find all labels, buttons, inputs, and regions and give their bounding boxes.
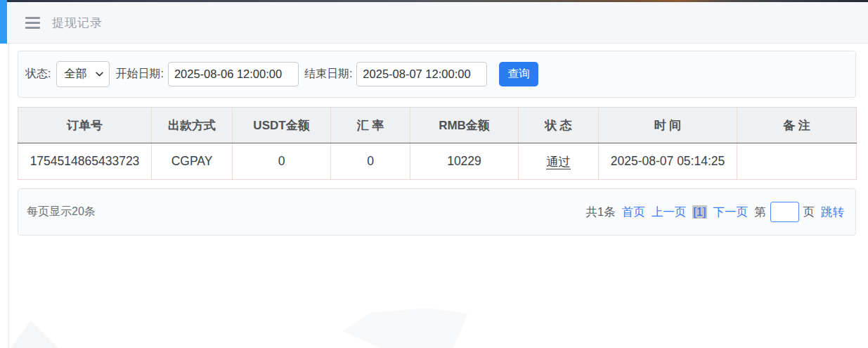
cell-usdt-amount: 0 <box>233 143 331 180</box>
jump-group: 第 页 <box>754 202 815 222</box>
jump-suffix-label: 页 <box>803 205 815 220</box>
cell-order-no: 1754514865433723 <box>18 143 152 180</box>
cell-exchange-rate: 0 <box>331 143 410 180</box>
col-time: 时 间 <box>599 108 737 143</box>
col-usdt-amount: USDT金额 <box>233 108 331 143</box>
status-select-value: 全部 <box>64 67 86 82</box>
cell-payout-method: CGPAY <box>152 143 233 180</box>
pagination-panel: 每页显示20条 共1条 首页 上一页 [1] 下一页 第 页 跳转 <box>18 188 856 236</box>
col-status: 状 态 <box>519 108 599 143</box>
page-title: 提现记录 <box>52 15 103 31</box>
header-bar: 提现记录 <box>0 2 868 44</box>
col-rmb-amount: RMB金额 <box>410 108 519 143</box>
cell-status: 通过 <box>519 143 599 180</box>
col-remark: 备 注 <box>737 108 857 143</box>
jump-link[interactable]: 跳转 <box>821 205 844 220</box>
total-count-text: 共1条 <box>585 205 615 220</box>
status-badge: 通过 <box>546 155 571 169</box>
cell-remark <box>737 143 857 180</box>
next-page-link[interactable]: 下一页 <box>713 205 749 220</box>
query-button[interactable]: 查询 <box>499 62 538 86</box>
table-header-row: 订单号 出款方式 USDT金额 汇 率 RMB金额 状 态 时 间 备 注 <box>18 108 857 143</box>
left-accent-stripe <box>0 0 7 44</box>
page-size-text: 每页显示20条 <box>27 205 96 219</box>
cell-rmb-amount: 10229 <box>410 143 519 180</box>
watermark-shape-left <box>11 321 58 348</box>
pager: 共1条 首页 上一页 [1] 下一页 第 页 跳转 <box>585 202 844 222</box>
status-label: 状态: <box>25 67 51 82</box>
col-order-no: 订单号 <box>18 108 152 143</box>
table-row: 1754514865433723 CGPAY 0 0 10229 通过 2025… <box>18 143 857 180</box>
current-page-indicator: [1] <box>692 205 706 219</box>
chevron-down-icon <box>96 72 103 77</box>
jump-page-input[interactable] <box>770 202 799 222</box>
col-payout-method: 出款方式 <box>152 108 233 143</box>
start-date-input[interactable] <box>168 62 299 86</box>
cell-time: 2025-08-07 05:14:25 <box>599 143 737 180</box>
start-date-label: 开始日期: <box>115 67 163 82</box>
prev-page-link[interactable]: 上一页 <box>652 205 687 220</box>
filter-panel: 状态: 全部 开始日期: 结束日期: 查询 <box>18 51 856 98</box>
end-date-label: 结束日期: <box>304 67 352 82</box>
status-select[interactable]: 全部 <box>56 61 110 87</box>
col-exchange-rate: 汇 率 <box>331 108 410 143</box>
first-page-link[interactable]: 首页 <box>622 205 645 220</box>
content-left-border <box>8 44 9 348</box>
jump-prefix-label: 第 <box>754 205 766 220</box>
hamburger-menu-icon[interactable] <box>25 17 40 29</box>
watermark-shape-center <box>343 308 468 348</box>
records-table: 订单号 出款方式 USDT金额 汇 率 RMB金额 状 态 时 间 备 注 17… <box>18 107 856 180</box>
end-date-input[interactable] <box>356 62 487 86</box>
